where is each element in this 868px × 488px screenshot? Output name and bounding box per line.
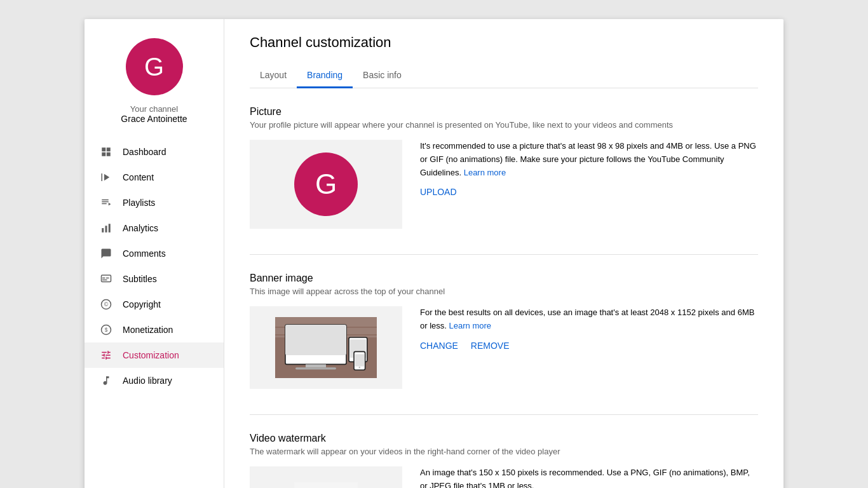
svg-rect-25 [285, 325, 346, 355]
svg-text:$: $ [105, 327, 108, 333]
sidebar-item-subtitles[interactable]: Subtitles [85, 266, 224, 292]
divider-2 [250, 414, 758, 415]
picture-upload-link[interactable]: UPLOAD [420, 187, 457, 197]
sidebar-item-comments-label: Comments [123, 248, 166, 259]
subtitles-icon [100, 273, 112, 285]
tab-layout[interactable]: Layout [250, 64, 297, 88]
banner-section-desc: This image will appear across the top of… [250, 287, 758, 296]
watermark-section-desc: The watermark will appear on your videos… [250, 447, 758, 456]
tab-basic-info[interactable]: Basic info [353, 64, 412, 88]
sidebar-item-copyright[interactable]: © Copyright [85, 292, 224, 317]
watermark-illustration [294, 482, 358, 488]
svg-rect-5 [102, 200, 109, 201]
banner-illustration [275, 317, 377, 378]
banner-change-link[interactable]: CHANGE [420, 341, 458, 351]
svg-rect-13 [102, 278, 105, 279]
banner-learn-more-link[interactable]: Learn more [449, 321, 491, 330]
channel-name: Grace Antoinette [121, 114, 187, 124]
banner-info-text: For the best results on all devices, use… [420, 306, 758, 333]
page-title: Channel customization [250, 34, 758, 51]
sidebar-item-copyright-label: Copyright [123, 299, 161, 309]
svg-rect-0 [102, 147, 105, 151]
svg-rect-7 [102, 203, 107, 205]
sidebar-item-analytics[interactable]: Analytics [85, 215, 224, 241]
sidebar-item-content-label: Content [123, 172, 154, 182]
svg-rect-32 [355, 354, 364, 366]
svg-point-33 [359, 367, 360, 368]
playlists-icon [100, 196, 112, 209]
app-window: G Your channel Grace Antoinette Dashboar… [85, 19, 783, 488]
banner-section-title: Banner image [250, 273, 758, 284]
monetization-icon: $ [100, 323, 112, 336]
svg-rect-27 [295, 367, 336, 369]
watermark-section: Video watermark The watermark will appea… [250, 433, 758, 488]
analytics-icon [100, 222, 112, 234]
sidebar-item-dashboard[interactable]: Dashboard [85, 139, 224, 165]
sidebar-item-monetization-label: Monetization [123, 325, 173, 335]
sidebar-item-subtitles-label: Subtitles [123, 274, 157, 284]
picture-section-title: Picture [250, 106, 758, 118]
svg-rect-26 [306, 364, 326, 367]
watermark-info: An image that's 150 x 150 pixels is reco… [420, 466, 758, 488]
sidebar-item-audio-library-label: Audio library [123, 376, 172, 386]
divider-1 [250, 254, 758, 255]
svg-rect-2 [102, 152, 105, 156]
picture-section-body: G It's recommended to use a picture that… [250, 140, 758, 229]
watermark-section-title: Video watermark [250, 433, 758, 444]
sidebar-avatar: G [126, 38, 183, 95]
svg-rect-10 [105, 226, 107, 233]
sidebar: G Your channel Grace Antoinette Dashboar… [85, 19, 224, 488]
sidebar-item-comments[interactable]: Comments [85, 241, 224, 266]
banner-remove-link[interactable]: REMOVE [471, 341, 510, 351]
svg-marker-8 [109, 203, 111, 206]
audio-library-icon [100, 374, 112, 387]
sidebar-item-audio-library[interactable]: Audio library [85, 368, 224, 393]
sidebar-item-monetization[interactable]: $ Monetization [85, 317, 224, 342]
picture-info: It's recommended to use a picture that's… [420, 140, 758, 197]
banner-actions: CHANGE REMOVE [420, 338, 758, 351]
svg-rect-14 [106, 278, 109, 279]
banner-section: Banner image This image will appear acro… [250, 273, 758, 389]
watermark-info-text: An image that's 150 x 150 pixels is reco… [420, 466, 758, 488]
svg-rect-11 [109, 224, 111, 233]
svg-rect-1 [107, 147, 111, 151]
svg-rect-34 [294, 482, 358, 488]
svg-rect-9 [102, 228, 104, 233]
watermark-preview-box [250, 466, 402, 488]
tab-branding[interactable]: Branding [297, 64, 353, 88]
main-content: Channel customization Layout Branding Ba… [224, 19, 783, 488]
sidebar-item-playlists-label: Playlists [123, 198, 155, 208]
watermark-section-body: An image that's 150 x 150 pixels is reco… [250, 466, 758, 488]
banner-info: For the best results on all devices, use… [420, 306, 758, 351]
sidebar-item-playlists[interactable]: Playlists [85, 190, 224, 215]
sidebar-item-dashboard-label: Dashboard [123, 147, 166, 157]
banner-preview-box [250, 306, 402, 389]
dashboard-icon [100, 146, 112, 158]
customization-icon [100, 349, 112, 362]
sidebar-item-customization-label: Customization [123, 350, 179, 360]
picture-section: Picture Your profile picture will appear… [250, 106, 758, 229]
picture-info-text: It's recommended to use a picture that's… [420, 140, 758, 179]
svg-rect-6 [102, 201, 109, 203]
svg-rect-4 [102, 173, 103, 181]
comments-icon [100, 247, 112, 260]
nav-list: Dashboard Content Playlists [85, 139, 224, 393]
picture-preview-box: G [250, 140, 402, 229]
sidebar-item-analytics-label: Analytics [123, 223, 158, 233]
svg-rect-15 [102, 280, 107, 281]
content-icon [100, 171, 112, 184]
copyright-icon: © [100, 298, 112, 311]
picture-section-desc: Your profile picture will appear where y… [250, 120, 758, 130]
sidebar-item-content[interactable]: Content [85, 165, 224, 190]
banner-section-body: For the best results on all devices, use… [250, 306, 758, 389]
sidebar-item-customization[interactable]: Customization [85, 342, 224, 368]
svg-rect-3 [107, 152, 111, 156]
picture-preview-avatar: G [294, 152, 358, 216]
tab-bar: Layout Branding Basic info [250, 64, 758, 88]
picture-learn-more-link[interactable]: Learn more [464, 168, 506, 177]
channel-label: Your channel [130, 104, 178, 114]
svg-text:©: © [104, 301, 109, 308]
